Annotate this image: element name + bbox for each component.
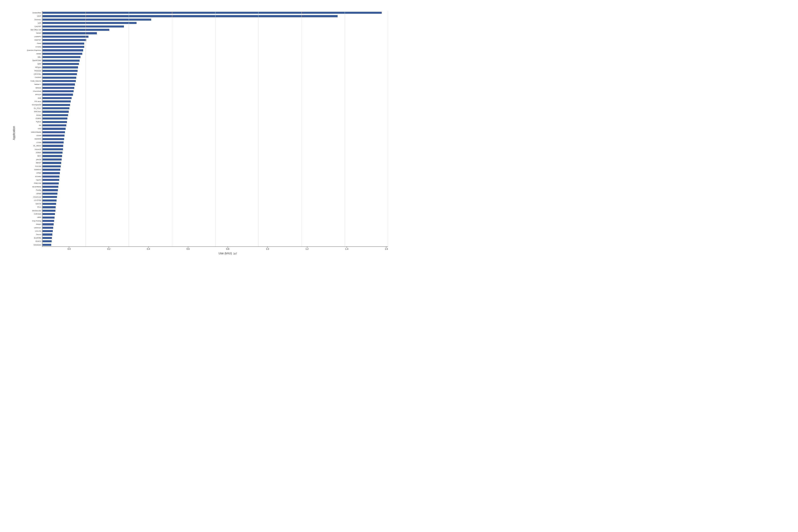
bar	[42, 193, 57, 195]
app-label: LS-DYNA	[17, 200, 41, 201]
app-label: B2-EIRENE	[17, 186, 41, 188]
app-label: DL_POLY	[17, 108, 41, 109]
bar	[42, 114, 68, 116]
bar	[42, 186, 58, 188]
bar	[42, 244, 51, 246]
bar	[42, 183, 59, 185]
grid-line	[215, 11, 215, 247]
app-label: Zacros	[17, 234, 41, 235]
app-label: OSIRIS	[17, 118, 41, 119]
bar	[42, 36, 89, 38]
tick-label: 0.6	[187, 248, 190, 250]
bar	[42, 213, 55, 215]
app-label: TPLS	[17, 206, 41, 208]
app-label: Gromacs	[17, 19, 41, 21]
bar	[42, 227, 53, 229]
app-label: VASP	[17, 15, 41, 17]
app-label: ECHAM	[17, 176, 41, 177]
app-label: CESM	[17, 135, 41, 136]
chart-container: Application UnidentifiedVASPGromacscp2kC…	[11, 11, 388, 255]
app-label: EPOCH	[17, 94, 41, 96]
bar	[42, 196, 57, 198]
bars-container: UnidentifiedVASPGromacscp2kCASTEPMet Off…	[17, 11, 388, 247]
app-label: CgLES	[17, 179, 41, 181]
bar	[42, 73, 77, 75]
bar	[42, 206, 56, 208]
app-label: Nek5000	[17, 138, 41, 140]
app-label: CloverLeaf	[17, 196, 41, 198]
app-label: PDNS3D	[17, 70, 41, 72]
app-label: Nektar++	[17, 83, 41, 86]
tick-label: 0.0	[68, 248, 71, 250]
bar	[42, 203, 56, 205]
app-label: NWChem	[17, 111, 41, 113]
app-label: NECI	[17, 155, 41, 157]
bar	[42, 138, 64, 140]
bar	[42, 165, 61, 167]
plot-section: UnidentifiedVASPGromacscp2kCASTEPMet Off…	[17, 11, 388, 255]
labels-col: UnidentifiedVASPGromacscp2kCASTEPMet Off…	[17, 11, 42, 247]
bar	[42, 117, 68, 119]
bar	[42, 22, 136, 24]
app-label: CPMD	[17, 172, 41, 174]
bar	[42, 200, 57, 202]
app-label: SimVascular	[17, 210, 41, 212]
tick-mark: 1.0	[266, 247, 269, 250]
bar	[42, 46, 84, 48]
app-label: CRYSTAL	[17, 73, 41, 75]
bar	[42, 29, 109, 31]
grid-line	[172, 11, 172, 247]
app-label: NEMO	[17, 32, 41, 34]
app-label: PRECISE	[17, 183, 41, 184]
app-label: SENGA	[17, 87, 41, 89]
tick-mark: 1.6	[385, 247, 388, 250]
bar	[42, 104, 70, 106]
bar	[42, 25, 124, 27]
app-label: COSA	[17, 141, 41, 144]
app-label: ELMFIRE	[17, 237, 41, 239]
tick-label: 1.6	[385, 248, 388, 250]
bar	[42, 97, 72, 99]
app-label: GPAW	[17, 193, 41, 195]
app-label: WRF	[17, 63, 41, 65]
app-label: GS2	[17, 128, 41, 130]
bar	[42, 90, 74, 92]
bar	[42, 135, 64, 136]
app-label: Fluidity	[17, 189, 41, 191]
bar	[42, 100, 71, 102]
bar	[42, 49, 83, 51]
app-label: ABINIT	[17, 162, 41, 164]
bar	[42, 128, 65, 130]
app-label: LAMMPS	[17, 36, 41, 38]
x-axis-label: Use (kAU)	[218, 252, 232, 255]
bar	[42, 216, 55, 218]
bar	[42, 169, 60, 171]
bar	[42, 233, 52, 235]
bar	[42, 107, 69, 109]
x-axis-bottom: 0.00.20.40.60.81.01.21.41.6 Use (kAU) 1e…	[42, 247, 388, 255]
bar	[42, 237, 52, 239]
app-label: Molpro	[17, 224, 41, 225]
grid-line	[388, 11, 388, 247]
bar	[42, 39, 86, 41]
app-label: SPECFEM3D	[17, 131, 41, 133]
app-label: LB3D	[17, 216, 41, 218]
app-label: OpenFOAM	[17, 60, 41, 61]
tick-label: 0.8	[226, 248, 229, 250]
tick-label: 0.2	[107, 248, 110, 250]
bar	[42, 131, 65, 133]
app-label: Python	[17, 121, 41, 123]
bar	[42, 141, 64, 144]
x-axis-exponent: 1e7	[233, 252, 237, 255]
app-label: FEnICS	[17, 241, 41, 242]
bar	[42, 189, 58, 191]
app-label: FVCOM	[17, 166, 41, 167]
bar	[42, 148, 63, 150]
bars-col	[42, 11, 388, 247]
grid-line	[345, 11, 345, 247]
app-label: UKRmol+	[17, 227, 41, 229]
bar	[42, 70, 78, 72]
bar	[42, 179, 59, 181]
tick-mark: 0.6	[187, 247, 190, 250]
grid-line	[258, 11, 259, 247]
